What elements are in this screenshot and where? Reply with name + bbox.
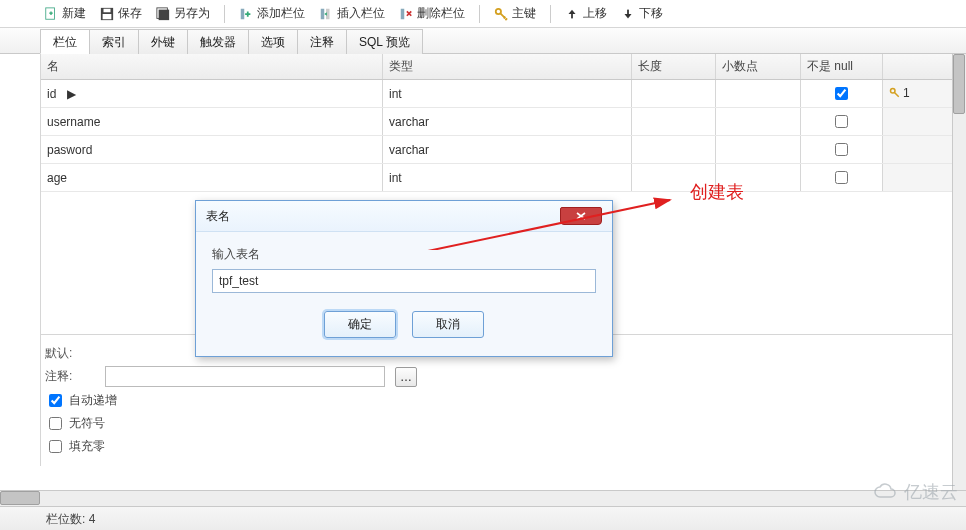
floppy-icon	[100, 7, 114, 21]
autoinc-checkbox[interactable]	[49, 394, 62, 407]
move-down-label: 下移	[639, 5, 663, 22]
move-up-button[interactable]: 上移	[561, 3, 611, 24]
tab-indexes[interactable]: 索引	[89, 29, 139, 54]
table-name-input[interactable]	[212, 269, 596, 293]
cell-len[interactable]	[631, 80, 716, 108]
cell-name[interactable]: pasword	[41, 136, 383, 164]
col-len-header[interactable]: 长度	[631, 54, 716, 80]
cell-dec[interactable]	[716, 108, 801, 136]
col-name-header[interactable]: 名	[41, 54, 383, 80]
svg-rect-12	[627, 9, 629, 14]
move-down-button[interactable]: 下移	[617, 3, 667, 24]
horizontal-scrollbar[interactable]	[0, 490, 966, 506]
cell-name[interactable]: age	[41, 164, 383, 192]
svg-rect-2	[104, 8, 111, 12]
separator	[224, 5, 225, 23]
primary-key-label: 主键	[512, 5, 536, 22]
new-label: 新建	[62, 5, 86, 22]
save-button[interactable]: 保存	[96, 3, 146, 24]
add-column-button[interactable]: 添加栏位	[235, 3, 309, 24]
status-bar: 栏位数: 4	[0, 506, 966, 530]
table-row[interactable]: paswordvarchar	[41, 136, 965, 164]
dialog-ok-button[interactable]: 确定	[324, 311, 396, 338]
cell-dec[interactable]	[716, 136, 801, 164]
cell-notnull[interactable]	[801, 164, 883, 192]
notnull-checkbox[interactable]	[835, 171, 848, 184]
dialog-cancel-button[interactable]: 取消	[412, 311, 484, 338]
arrow-up-icon	[565, 7, 579, 21]
insert-column-label: 插入栏位	[337, 5, 385, 22]
unsigned-checkbox[interactable]	[49, 417, 62, 430]
default-label: 默认:	[45, 345, 95, 362]
table-row[interactable]: ▶idint1	[41, 80, 965, 108]
tab-fk[interactable]: 外键	[138, 29, 188, 54]
tab-options[interactable]: 选项	[248, 29, 298, 54]
add-column-label: 添加栏位	[257, 5, 305, 22]
cell-type[interactable]: varchar	[383, 108, 632, 136]
notnull-checkbox[interactable]	[835, 115, 848, 128]
table-name-dialog: 表名 输入表名 确定 取消	[195, 200, 613, 357]
svg-rect-7	[321, 8, 325, 19]
tab-comment[interactable]: 注释	[297, 29, 347, 54]
comment-ellipsis-button[interactable]: …	[395, 367, 417, 387]
save-label: 保存	[118, 5, 142, 22]
main-toolbar: 新建 保存 另存为 添加栏位 插入栏位 删除栏位 主键 上移 下移	[0, 0, 966, 28]
dialog-close-button[interactable]	[560, 207, 602, 225]
status-text: 栏位数: 4	[46, 512, 95, 526]
vertical-scrollbar[interactable]	[952, 54, 966, 490]
cell-type[interactable]: int	[383, 164, 632, 192]
col-notnull-header[interactable]: 不是 null	[801, 54, 883, 80]
separator	[479, 5, 480, 23]
cell-len[interactable]	[631, 108, 716, 136]
tab-sqlpreview[interactable]: SQL 预览	[346, 29, 423, 54]
move-up-label: 上移	[583, 5, 607, 22]
col-type-header[interactable]: 类型	[383, 54, 632, 80]
tab-columns[interactable]: 栏位	[40, 29, 90, 54]
insert-column-button[interactable]: 插入栏位	[315, 3, 389, 24]
notnull-checkbox[interactable]	[835, 87, 848, 100]
saveas-button[interactable]: 另存为	[152, 3, 214, 24]
delete-column-icon	[399, 7, 413, 21]
cell-notnull[interactable]	[801, 136, 883, 164]
svg-rect-11	[571, 13, 573, 18]
comment-input[interactable]	[105, 366, 385, 387]
cell-type[interactable]: varchar	[383, 136, 632, 164]
autoinc-label: 自动递增	[69, 392, 117, 409]
insert-column-icon	[319, 7, 333, 21]
plus-doc-icon	[44, 7, 58, 21]
svg-rect-3	[103, 14, 112, 19]
zerofill-label: 填充零	[69, 438, 105, 455]
svg-rect-6	[241, 8, 245, 19]
dialog-label: 输入表名	[212, 246, 596, 263]
arrow-down-icon	[621, 7, 635, 21]
notnull-checkbox[interactable]	[835, 143, 848, 156]
cell-name[interactable]: username	[41, 108, 383, 136]
key-icon	[494, 7, 508, 21]
zerofill-checkbox[interactable]	[49, 440, 62, 453]
comment-label: 注释:	[45, 368, 95, 385]
cell-name[interactable]: ▶id	[41, 80, 383, 108]
cell-type[interactable]: int	[383, 80, 632, 108]
primary-key-button[interactable]: 主键	[490, 3, 540, 24]
cell-dec[interactable]	[716, 80, 801, 108]
table-row[interactable]: usernamevarchar	[41, 108, 965, 136]
close-icon	[574, 211, 588, 221]
tab-strip: 栏位 索引 外键 触发器 选项 注释 SQL 预览	[0, 28, 966, 54]
separator	[550, 5, 551, 23]
col-dec-header[interactable]: 小数点	[716, 54, 801, 80]
columns-grid[interactable]: 名 类型 长度 小数点 不是 null ▶idint1usernamevarch…	[41, 54, 965, 192]
new-button[interactable]: 新建	[40, 3, 90, 24]
svg-rect-9	[401, 8, 405, 19]
annotation-text: 创建表	[690, 180, 744, 204]
unsigned-label: 无符号	[69, 415, 105, 432]
dialog-title: 表名	[206, 208, 230, 225]
floppy-copy-icon	[156, 7, 170, 21]
cell-len[interactable]	[631, 136, 716, 164]
table-row[interactable]: ageint	[41, 164, 965, 192]
cell-notnull[interactable]	[801, 108, 883, 136]
cell-notnull[interactable]	[801, 80, 883, 108]
delete-column-button[interactable]: 删除栏位	[395, 3, 469, 24]
tab-triggers[interactable]: 触发器	[187, 29, 249, 54]
add-column-icon	[239, 7, 253, 21]
cloud-icon	[872, 483, 900, 501]
